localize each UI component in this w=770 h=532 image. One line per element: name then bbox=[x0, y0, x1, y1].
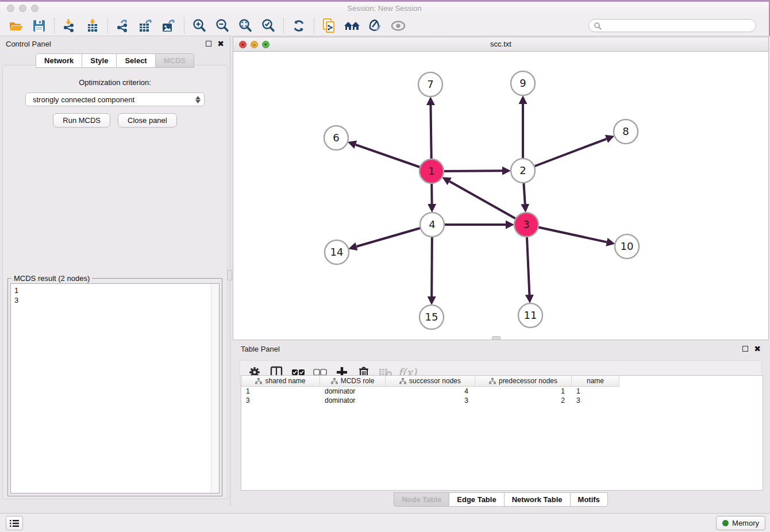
tab-motifs[interactable]: Motifs bbox=[570, 492, 608, 507]
window-title: Session: New Session bbox=[0, 4, 769, 13]
column-type-icon bbox=[399, 378, 406, 384]
control-panel: Control Panel ✖ NetworkStyleSelectMCDS O… bbox=[0, 36, 230, 506]
horizontal-splitter-grip[interactable] bbox=[492, 336, 500, 340]
zoom-out-button[interactable] bbox=[211, 17, 234, 35]
float-panel-icon[interactable] bbox=[206, 41, 211, 47]
table-cell[interactable]: 1 bbox=[241, 387, 320, 396]
mcds-panel: Optimization criterion: strongly connect… bbox=[2, 65, 228, 499]
float-table-panel-icon[interactable] bbox=[742, 346, 748, 352]
home-layout-button[interactable] bbox=[341, 17, 364, 35]
node-4[interactable]: 4 bbox=[420, 213, 444, 237]
close-panel-button[interactable]: Close panel bbox=[118, 113, 177, 128]
network-graph[interactable]: 7968124314101511 bbox=[233, 52, 768, 340]
column-header-predecessor-nodes[interactable]: predecessor nodes bbox=[475, 376, 572, 387]
table-row[interactable]: 3dominator323 bbox=[241, 396, 763, 405]
table-cell[interactable]: 1 bbox=[572, 387, 619, 396]
toolbar-separator bbox=[283, 18, 284, 34]
column-header-shared-name[interactable]: shared name bbox=[241, 376, 320, 387]
zoom-in-icon bbox=[192, 18, 207, 33]
edge-3-1[interactable] bbox=[449, 182, 526, 225]
open-session-button[interactable] bbox=[5, 17, 28, 35]
column-header-successor-nodes[interactable]: successor nodes bbox=[386, 376, 475, 387]
svg-text:8: 8 bbox=[622, 125, 629, 137]
select-stepper-icon bbox=[195, 96, 201, 103]
tab-select[interactable]: Select bbox=[116, 53, 155, 68]
close-table-panel-icon[interactable]: ✖ bbox=[754, 346, 761, 352]
toolbar-search[interactable] bbox=[588, 19, 756, 32]
tab-style[interactable]: Style bbox=[82, 53, 116, 68]
tab-network[interactable]: Network bbox=[36, 53, 82, 68]
tab-edge-table[interactable]: Edge Table bbox=[449, 492, 503, 507]
apply-style-button[interactable] bbox=[364, 17, 387, 35]
table-cell[interactable]: 4 bbox=[386, 387, 475, 396]
eye-icon bbox=[390, 20, 406, 32]
table-cell[interactable]: dominator bbox=[320, 387, 386, 396]
mcds-result-list[interactable]: 1 3 bbox=[11, 284, 211, 493]
tab-network-table[interactable]: Network Table bbox=[504, 492, 570, 507]
node-15[interactable]: 15 bbox=[419, 305, 444, 329]
network-canvas[interactable]: 7968124314101511 bbox=[233, 52, 768, 340]
clone-network-icon bbox=[322, 18, 337, 34]
network-window-titlebar[interactable]: ✕ – + scc.txt bbox=[233, 37, 768, 52]
svg-text:10: 10 bbox=[621, 240, 634, 252]
import-table-icon bbox=[85, 18, 100, 33]
zoom-fit-button[interactable] bbox=[234, 17, 257, 35]
criterion-value: strongly connected component bbox=[33, 95, 134, 104]
network-title: scc.txt bbox=[233, 40, 768, 48]
table-cell[interactable]: 2 bbox=[475, 396, 572, 405]
node-7[interactable]: 7 bbox=[418, 72, 442, 97]
export-table-button[interactable] bbox=[134, 17, 157, 35]
zoom-in-button[interactable] bbox=[188, 17, 211, 35]
refresh-button[interactable] bbox=[287, 17, 310, 35]
edge-2-8[interactable] bbox=[523, 139, 606, 171]
toolbar-separator bbox=[54, 18, 55, 34]
table-cell[interactable]: 3 bbox=[386, 396, 475, 405]
network-view-window: ✕ – + scc.txt 7968124314101511 bbox=[233, 37, 769, 340]
task-history-button[interactable] bbox=[6, 516, 23, 530]
node-3[interactable]: 3 bbox=[514, 213, 538, 237]
table-row[interactable]: 1dominator411 bbox=[241, 387, 763, 396]
node-11[interactable]: 11 bbox=[518, 303, 542, 327]
criterion-select[interactable]: strongly connected component bbox=[25, 92, 205, 106]
run-mcds-button[interactable]: Run MCDS bbox=[53, 113, 110, 128]
table-cell[interactable]: 3 bbox=[241, 396, 320, 405]
search-icon bbox=[594, 22, 602, 30]
table-panel-tabs: Node TableEdge TableNetwork TableMotifs bbox=[233, 492, 769, 507]
table-cell[interactable]: 1 bbox=[475, 387, 572, 396]
result-scrollbar[interactable] bbox=[211, 284, 219, 493]
node-6[interactable]: 6 bbox=[324, 126, 348, 150]
svg-text:7: 7 bbox=[427, 78, 433, 90]
import-network-icon bbox=[62, 18, 77, 33]
table-cell[interactable]: 3 bbox=[572, 396, 619, 405]
export-network-button[interactable] bbox=[111, 17, 134, 35]
import-table-button[interactable] bbox=[81, 17, 104, 35]
optimization-criterion-label: Optimization criterion: bbox=[3, 78, 227, 87]
table-panel-title: Table Panel bbox=[241, 345, 280, 353]
save-session-button[interactable] bbox=[28, 17, 51, 35]
search-input[interactable] bbox=[602, 22, 751, 30]
node-8[interactable]: 8 bbox=[614, 119, 638, 144]
vertical-splitter-grip[interactable] bbox=[227, 270, 232, 280]
node-14[interactable]: 14 bbox=[325, 240, 349, 264]
node-1[interactable]: 1 bbox=[419, 159, 444, 183]
close-panel-icon[interactable]: ✖ bbox=[217, 41, 224, 47]
export-image-button[interactable] bbox=[157, 17, 180, 35]
zoom-selected-button[interactable] bbox=[257, 17, 280, 35]
node-table-header: shared nameMCDS rolesuccessor nodesprede… bbox=[241, 376, 763, 387]
clone-network-button[interactable] bbox=[318, 17, 341, 35]
tab-node-table[interactable]: Node Table bbox=[394, 492, 449, 507]
import-network-button[interactable] bbox=[58, 17, 81, 35]
node-10[interactable]: 10 bbox=[615, 234, 639, 259]
memory-button[interactable]: Memory bbox=[716, 516, 765, 530]
node-2[interactable]: 2 bbox=[511, 159, 535, 183]
column-header-MCDS-role[interactable]: MCDS role bbox=[320, 376, 386, 387]
titlebar: Session: New Session bbox=[0, 2, 769, 16]
column-header-name[interactable]: name bbox=[572, 376, 619, 387]
node-9[interactable]: 9 bbox=[511, 71, 535, 95]
mcds-result-title: MCDS result (2 nodes) bbox=[11, 274, 92, 283]
table-cell[interactable]: dominator bbox=[320, 396, 386, 405]
save-floppy-icon bbox=[33, 20, 45, 32]
tab-mcds[interactable]: MCDS bbox=[155, 53, 194, 68]
show-details-button[interactable] bbox=[387, 17, 410, 35]
svg-text:11: 11 bbox=[524, 309, 537, 321]
